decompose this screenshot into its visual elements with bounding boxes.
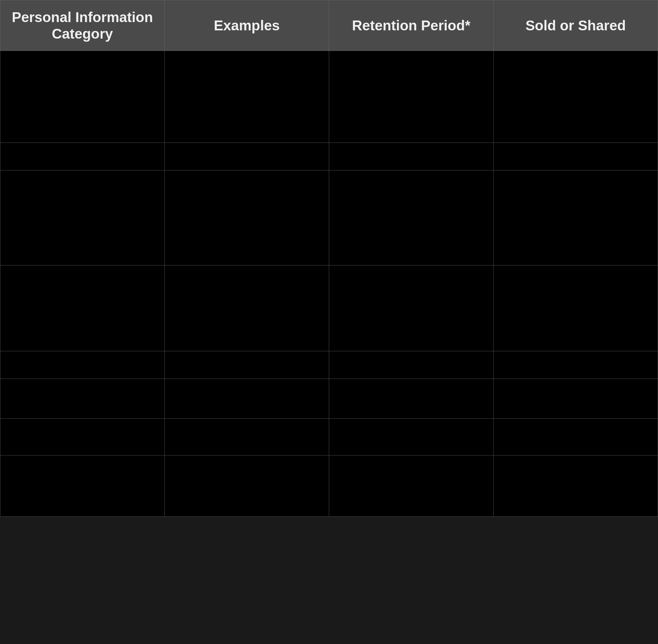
header-retention: Retention Period* (329, 0, 494, 51)
main-table-container: Personal Information Category Examples R… (0, 0, 658, 517)
cell-retention-4 (329, 266, 494, 351)
cell-examples-3 (165, 170, 329, 266)
cell-sold-7 (494, 419, 658, 456)
table-row (0, 351, 658, 379)
table-row (0, 266, 658, 351)
table-row (0, 419, 658, 456)
cell-sold-3 (494, 170, 658, 266)
cell-retention-1 (329, 51, 494, 143)
cell-category-7 (0, 419, 165, 456)
cell-examples-2 (165, 143, 329, 170)
cell-examples-7 (165, 419, 329, 456)
cell-sold-2 (494, 143, 658, 170)
cell-category-8 (0, 456, 165, 517)
table-row (0, 143, 658, 170)
cell-retention-8 (329, 456, 494, 517)
cell-category-3 (0, 170, 165, 266)
table-row (0, 51, 658, 143)
cell-category-4 (0, 266, 165, 351)
header-category: Personal Information Category (0, 0, 165, 51)
cell-examples-4 (165, 266, 329, 351)
table-row (0, 379, 658, 419)
cell-retention-3 (329, 170, 494, 266)
header-sold: Sold or Shared (494, 0, 658, 51)
cell-examples-5 (165, 351, 329, 379)
cell-examples-1 (165, 51, 329, 143)
cell-category-1 (0, 51, 165, 143)
table-row (0, 456, 658, 517)
cell-retention-7 (329, 419, 494, 456)
cell-retention-6 (329, 379, 494, 419)
table-row (0, 170, 658, 266)
cell-category-5 (0, 351, 165, 379)
cell-examples-8 (165, 456, 329, 517)
table-header-row: Personal Information Category Examples R… (0, 0, 658, 51)
cell-sold-4 (494, 266, 658, 351)
cell-retention-5 (329, 351, 494, 379)
cell-examples-6 (165, 379, 329, 419)
cell-sold-8 (494, 456, 658, 517)
header-examples: Examples (165, 0, 329, 51)
cell-retention-2 (329, 143, 494, 170)
personal-info-table: Personal Information Category Examples R… (0, 0, 658, 517)
cell-category-6 (0, 379, 165, 419)
cell-sold-6 (494, 379, 658, 419)
cell-sold-5 (494, 351, 658, 379)
cell-sold-1 (494, 51, 658, 143)
cell-category-2 (0, 143, 165, 170)
